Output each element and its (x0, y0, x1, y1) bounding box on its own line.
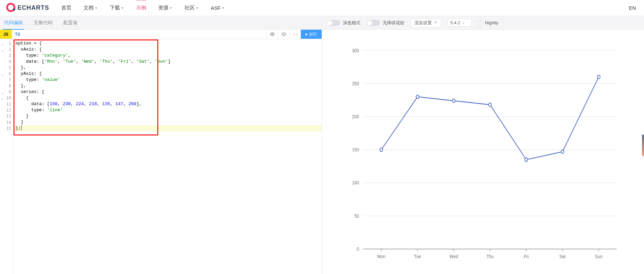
open-in-codepen-button[interactable] (266, 30, 278, 39)
svg-point-6 (435, 22, 436, 23)
nav-link-label: 资源 (158, 5, 168, 11)
nav-link-label: 文档 (84, 5, 94, 11)
y-tick-label: 150 (352, 147, 359, 152)
language-switch[interactable]: EN (627, 4, 638, 12)
nightly-checkbox[interactable] (478, 21, 482, 25)
code-line[interactable]: data: ['Mon', 'Tue', 'Wed', 'Thu', 'Fri'… (15, 59, 320, 65)
nav-links: 首页文档▼下载▼示例资源▼社区▼ASF▼ (61, 5, 624, 11)
editor-tab-ts[interactable]: TS (12, 30, 24, 39)
play-icon (305, 33, 308, 36)
code-line[interactable]: } (15, 113, 320, 119)
top-nav: ECHARTS 首页文档▼下载▼示例资源▼社区▼ASF▼ EN (0, 0, 644, 16)
nav-link-3[interactable]: 示例 (136, 5, 146, 11)
gutter-line: 12 (0, 107, 13, 113)
svg-point-1 (13, 8, 15, 10)
brand[interactable]: ECHARTS (6, 3, 49, 13)
code-line[interactable]: data: [150, 230, 224, 218, 135, 147, 260… (15, 101, 320, 107)
x-tick-label: Thu (486, 254, 493, 259)
version-select-label: 5.4.2 (450, 20, 460, 25)
open-in-sandbox-button[interactable] (278, 30, 289, 39)
preview-toolbar: 深色模式 无障碍花纹 渲染设置 5.4.2 ▾ Nightly (322, 16, 644, 30)
view-source-button[interactable] (289, 30, 301, 39)
nav-link-1[interactable]: 文档▼ (84, 5, 98, 11)
series-point[interactable] (489, 103, 491, 106)
version-select[interactable]: 5.4.2 ▾ (447, 19, 472, 27)
nav-link-4[interactable]: 资源▼ (158, 5, 172, 11)
logo-icon (6, 3, 15, 13)
series-line (381, 77, 599, 160)
y-tick-label: 50 (354, 213, 359, 219)
fold-icon[interactable]: ▾ (1, 90, 3, 93)
gutter-line: 1▾ (0, 40, 13, 47)
series-point[interactable] (452, 99, 455, 102)
run-button-label: 运行 (309, 31, 317, 37)
brand-text: ECHARTS (18, 4, 49, 11)
chevron-down-icon: ▼ (222, 6, 225, 10)
code-line[interactable]: type: 'category', (15, 53, 320, 59)
gutter-line: 4 (0, 59, 13, 65)
gutter-line: 2▾ (0, 47, 13, 53)
chevron-down-icon: ▼ (95, 6, 98, 10)
left-tab-2[interactable]: 配置项 (63, 16, 77, 29)
editor-tab-js[interactable]: JS (0, 30, 12, 39)
x-tick-label: Sun (595, 254, 603, 259)
code-line[interactable]: series: [ (15, 89, 320, 95)
code-line[interactable]: ] (15, 119, 320, 125)
code-line[interactable]: }; (13, 125, 322, 131)
editor-code[interactable]: option = { xAxis: { type: 'category', da… (13, 39, 322, 274)
x-tick-label: Mon (377, 254, 385, 259)
series-point[interactable] (561, 150, 564, 153)
editor-gutter: 1▾2▾3456▾789▾10▾1112131415 (0, 39, 13, 274)
code-line[interactable]: xAxis: { (15, 47, 320, 53)
gutter-line: 15 (0, 125, 13, 131)
code-line[interactable]: { (15, 95, 320, 101)
side-accent-strip (642, 134, 644, 156)
x-tick-label: Fri (524, 254, 528, 259)
nav-link-0[interactable]: 首页 (61, 5, 71, 11)
series-point[interactable] (380, 148, 383, 151)
chart-area: 050100150200250300MonTueWedThuFriSatSun (322, 30, 644, 274)
y-tick-label: 200 (352, 114, 359, 119)
chevron-down-icon: ▼ (169, 6, 172, 10)
nightly-label: Nightly (485, 20, 498, 25)
series-point[interactable] (525, 158, 527, 161)
code-line[interactable]: yAxis: { (15, 71, 320, 77)
gutter-line: 10▾ (0, 95, 13, 101)
series-point[interactable] (597, 75, 600, 79)
code-line[interactable]: type: 'value' (15, 77, 320, 83)
code-line[interactable]: option = { (15, 40, 320, 47)
nav-link-label: 示例 (136, 5, 146, 11)
y-tick-label: 250 (352, 81, 359, 86)
gutter-line: 8 (0, 83, 13, 89)
y-tick-label: 300 (352, 48, 359, 53)
fold-icon[interactable]: ▾ (1, 42, 3, 44)
render-settings-button[interactable]: 渲染设置 (411, 19, 441, 27)
left-tab-1[interactable]: 完整代码 (34, 16, 53, 29)
fold-icon[interactable]: ▾ (1, 72, 3, 75)
right-pane: 深色模式 无障碍花纹 渲染设置 5.4.2 ▾ Nightly 0 (322, 16, 644, 274)
nav-link-6[interactable]: ASF▼ (211, 5, 225, 11)
run-button[interactable]: 运行 (301, 30, 322, 39)
fold-icon[interactable]: ▾ (1, 48, 3, 51)
decal-toggle[interactable] (366, 20, 380, 26)
chevron-down-icon: ▾ (463, 21, 464, 25)
series-point[interactable] (416, 95, 419, 98)
gutter-line: 7 (0, 77, 13, 83)
gear-icon (433, 20, 438, 25)
nav-link-5[interactable]: 社区▼ (185, 5, 199, 11)
code-editor[interactable]: 1▾2▾3456▾789▾10▾1112131415 option = { xA… (0, 39, 322, 274)
nav-link-label: ASF (211, 5, 221, 11)
code-line[interactable]: type: 'line' (15, 107, 320, 113)
dark-mode-toggle[interactable] (327, 20, 340, 26)
gutter-line: 6▾ (0, 71, 13, 77)
nav-link-2[interactable]: 下载▼ (110, 5, 124, 11)
page-body: 代码编辑完整代码配置项 JS TS 运行 1▾2▾3456▾789▾10▾111… (0, 16, 644, 274)
fold-icon[interactable]: ▾ (1, 96, 3, 99)
dark-mode-label: 深色模式 (343, 20, 360, 26)
x-tick-label: Tue (414, 254, 421, 259)
left-tab-0[interactable]: 代码编辑 (4, 16, 23, 29)
code-line[interactable]: }, (15, 65, 320, 71)
nav-link-label: 下载 (110, 5, 120, 11)
x-tick-label: Sat (559, 254, 566, 259)
code-line[interactable]: }, (15, 83, 320, 89)
